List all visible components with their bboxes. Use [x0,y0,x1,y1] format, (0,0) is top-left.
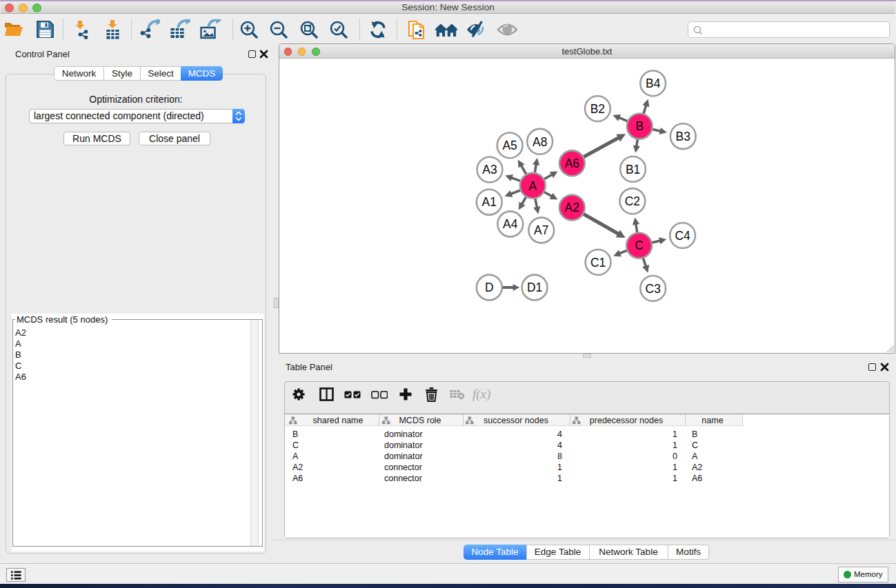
svg-text:A7: A7 [534,223,548,237]
svg-text:B4: B4 [646,77,661,90]
svg-text:D1: D1 [527,281,542,294]
svg-text:C3: C3 [646,282,661,296]
svg-text:A4: A4 [503,217,518,231]
svg-text:B2: B2 [590,102,605,116]
svg-text:B1: B1 [626,163,640,176]
svg-text:A3: A3 [482,163,497,176]
svg-text:A6: A6 [565,156,579,170]
svg-text:A: A [528,179,537,193]
svg-text:A2: A2 [565,201,579,214]
svg-text:C: C [635,239,644,252]
svg-text:B: B [635,119,644,133]
svg-text:B3: B3 [676,130,690,143]
svg-text:C1: C1 [590,256,606,270]
svg-text:C2: C2 [625,194,640,208]
svg-text:A1: A1 [482,195,497,209]
svg-text:A5: A5 [502,139,517,152]
svg-text:A8: A8 [532,135,547,149]
svg-text:D: D [485,281,494,294]
svg-text:C4: C4 [675,229,690,243]
